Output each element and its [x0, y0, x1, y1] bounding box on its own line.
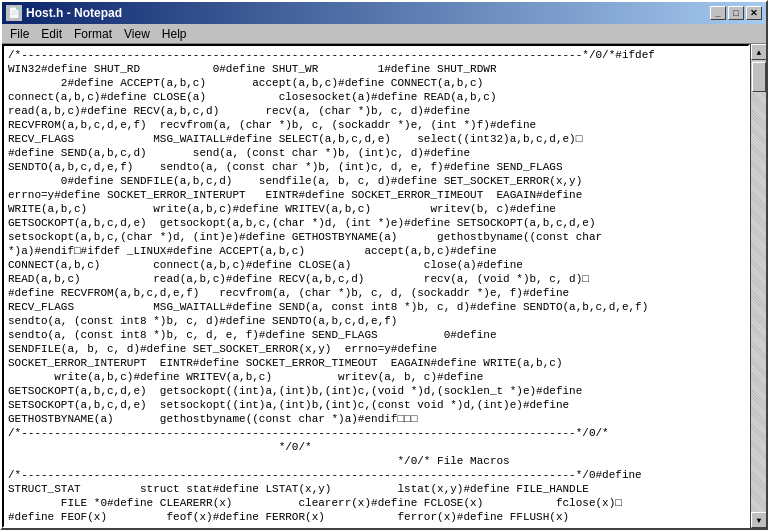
content-area: /*--------------------------------------…	[2, 44, 766, 528]
minimize-button[interactable]: _	[710, 6, 726, 20]
scroll-track[interactable]	[751, 60, 766, 512]
menu-view[interactable]: View	[118, 25, 156, 43]
window-title: Host.h - Notepad	[26, 6, 122, 20]
maximize-button[interactable]: □	[728, 6, 744, 20]
close-button[interactable]: ✕	[746, 6, 762, 20]
scroll-up-button[interactable]: ▲	[751, 44, 766, 60]
vertical-scrollbar[interactable]: ▲ ▼	[750, 44, 766, 528]
title-bar-left: 📄 Host.h - Notepad	[6, 5, 122, 21]
scroll-thumb[interactable]	[752, 62, 766, 92]
menu-file[interactable]: File	[4, 25, 35, 43]
text-area-wrapper[interactable]: /*--------------------------------------…	[2, 44, 750, 528]
scroll-down-button[interactable]: ▼	[751, 512, 766, 528]
window-icon: 📄	[6, 5, 22, 21]
title-buttons: _ □ ✕	[710, 6, 762, 20]
menu-bar: File Edit Format View Help	[2, 24, 766, 44]
menu-format[interactable]: Format	[68, 25, 118, 43]
menu-help[interactable]: Help	[156, 25, 193, 43]
menu-edit[interactable]: Edit	[35, 25, 68, 43]
main-window: 📄 Host.h - Notepad _ □ ✕ File Edit Forma…	[0, 0, 768, 530]
code-content: /*--------------------------------------…	[4, 46, 748, 528]
title-bar: 📄 Host.h - Notepad _ □ ✕	[2, 2, 766, 24]
